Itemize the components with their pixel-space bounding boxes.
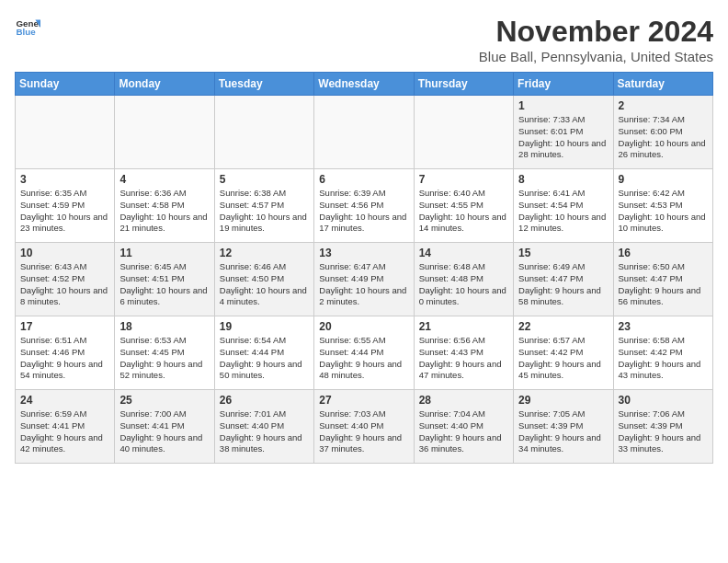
cell-info: Sunrise: 6:58 AM Sunset: 4:42 PM Dayligh… [619,335,708,382]
calendar-cell: 16Sunrise: 6:50 AM Sunset: 4:47 PM Dayli… [613,243,712,316]
day-number: 20 [319,320,408,333]
day-number: 14 [419,247,508,259]
calendar-cell: 6Sunrise: 6:39 AM Sunset: 4:56 PM Daylig… [314,169,414,243]
cell-info: Sunrise: 7:04 AM Sunset: 4:40 PM Dayligh… [419,408,508,455]
calendar-cell: 8Sunrise: 6:41 AM Sunset: 4:54 PM Daylig… [514,169,613,243]
day-number: 24 [20,394,109,407]
svg-text:Blue: Blue [16,27,36,37]
day-number: 18 [119,320,209,333]
cell-info: Sunrise: 6:38 AM Sunset: 4:57 PM Dayligh… [220,188,309,235]
calendar-cell: 25Sunrise: 7:00 AM Sunset: 4:41 PM Dayli… [115,390,214,464]
day-number: 2 [619,99,708,112]
day-number: 3 [20,173,109,186]
calendar-cell: 11Sunrise: 6:45 AM Sunset: 4:51 PM Dayli… [115,243,214,316]
day-number: 26 [220,394,309,407]
cell-info: Sunrise: 6:50 AM Sunset: 4:47 PM Dayligh… [619,261,708,308]
cell-info: Sunrise: 6:54 AM Sunset: 4:44 PM Dayligh… [220,335,309,382]
day-number: 16 [619,247,708,259]
cell-info: Sunrise: 6:57 AM Sunset: 4:42 PM Dayligh… [518,335,608,382]
day-number: 29 [518,394,608,407]
calendar-cell: 30Sunrise: 7:06 AM Sunset: 4:39 PM Dayli… [613,390,712,464]
calendar-cell [16,96,115,169]
cell-info: Sunrise: 6:46 AM Sunset: 4:50 PM Dayligh… [220,261,309,308]
day-number: 10 [20,247,109,259]
day-number: 1 [518,99,608,112]
day-number: 7 [419,173,508,186]
calendar-cell: 15Sunrise: 6:49 AM Sunset: 4:47 PM Dayli… [514,243,613,316]
day-number: 17 [20,320,109,333]
cell-info: Sunrise: 6:42 AM Sunset: 4:53 PM Dayligh… [619,188,708,235]
calendar-cell: 12Sunrise: 6:46 AM Sunset: 4:50 PM Dayli… [214,243,313,316]
calendar-cell: 20Sunrise: 6:55 AM Sunset: 4:44 PM Dayli… [314,316,414,390]
calendar-cell: 26Sunrise: 7:01 AM Sunset: 4:40 PM Dayli… [214,390,313,464]
day-number: 15 [518,247,608,259]
cell-info: Sunrise: 6:56 AM Sunset: 4:43 PM Dayligh… [419,335,508,382]
calendar-cell: 17Sunrise: 6:51 AM Sunset: 4:46 PM Dayli… [16,316,115,390]
cell-info: Sunrise: 6:43 AM Sunset: 4:52 PM Dayligh… [20,261,109,308]
week-row-4: 24Sunrise: 6:59 AM Sunset: 4:41 PM Dayli… [16,390,713,464]
calendar-cell [115,96,214,169]
calendar-cell: 9Sunrise: 6:42 AM Sunset: 4:53 PM Daylig… [613,169,712,243]
day-number: 30 [619,394,708,407]
logo-icon: General Blue [15,15,40,40]
calendar-cell: 1Sunrise: 7:33 AM Sunset: 6:01 PM Daylig… [514,96,613,169]
header-day-sunday: Sunday [16,73,115,96]
day-number: 4 [119,173,209,186]
cell-info: Sunrise: 7:01 AM Sunset: 4:40 PM Dayligh… [220,408,309,455]
cell-info: Sunrise: 6:55 AM Sunset: 4:44 PM Dayligh… [319,335,408,382]
calendar-cell: 24Sunrise: 6:59 AM Sunset: 4:41 PM Dayli… [16,390,115,464]
cell-info: Sunrise: 7:03 AM Sunset: 4:40 PM Dayligh… [319,408,408,455]
calendar-cell: 13Sunrise: 6:47 AM Sunset: 4:49 PM Dayli… [314,243,414,316]
cell-info: Sunrise: 6:45 AM Sunset: 4:51 PM Dayligh… [119,261,209,308]
calendar-cell: 19Sunrise: 6:54 AM Sunset: 4:44 PM Dayli… [214,316,313,390]
header-day-thursday: Thursday [414,73,513,96]
day-number: 8 [518,173,608,186]
calendar-cell: 7Sunrise: 6:40 AM Sunset: 4:55 PM Daylig… [414,169,513,243]
calendar-cell: 3Sunrise: 6:35 AM Sunset: 4:59 PM Daylig… [16,169,115,243]
calendar-cell: 23Sunrise: 6:58 AM Sunset: 4:42 PM Dayli… [613,316,712,390]
week-row-3: 17Sunrise: 6:51 AM Sunset: 4:46 PM Dayli… [16,316,713,390]
calendar-cell: 5Sunrise: 6:38 AM Sunset: 4:57 PM Daylig… [214,169,313,243]
calendar-table: SundayMondayTuesdayWednesdayThursdayFrid… [15,72,713,464]
calendar-cell [414,96,513,169]
calendar-cell: 29Sunrise: 7:05 AM Sunset: 4:39 PM Dayli… [514,390,613,464]
day-number: 19 [220,320,309,333]
cell-info: Sunrise: 6:40 AM Sunset: 4:55 PM Dayligh… [419,188,508,235]
cell-info: Sunrise: 7:00 AM Sunset: 4:41 PM Dayligh… [119,408,209,455]
day-number: 13 [319,247,408,259]
calendar-cell: 4Sunrise: 6:36 AM Sunset: 4:58 PM Daylig… [115,169,214,243]
calendar-cell: 2Sunrise: 7:34 AM Sunset: 6:00 PM Daylig… [613,96,712,169]
header-day-saturday: Saturday [613,73,712,96]
calendar-cell: 21Sunrise: 6:56 AM Sunset: 4:43 PM Dayli… [414,316,513,390]
day-number: 27 [319,394,408,407]
cell-info: Sunrise: 6:53 AM Sunset: 4:45 PM Dayligh… [119,335,209,382]
cell-info: Sunrise: 7:06 AM Sunset: 4:39 PM Dayligh… [619,408,708,455]
header-day-friday: Friday [514,73,613,96]
day-number: 21 [419,320,508,333]
day-number: 23 [619,320,708,333]
cell-info: Sunrise: 7:33 AM Sunset: 6:01 PM Dayligh… [518,114,608,161]
day-number: 5 [220,173,309,186]
calendar-cell: 27Sunrise: 7:03 AM Sunset: 4:40 PM Dayli… [314,390,414,464]
day-number: 9 [619,173,708,186]
cell-info: Sunrise: 6:39 AM Sunset: 4:56 PM Dayligh… [319,188,408,235]
day-number: 6 [319,173,408,186]
header-day-wednesday: Wednesday [314,73,414,96]
title-area: November 2024 Blue Ball, Pennsylvania, U… [479,15,713,64]
day-number: 12 [220,247,309,259]
cell-info: Sunrise: 6:59 AM Sunset: 4:41 PM Dayligh… [20,408,109,455]
header: General Blue November 2024 Blue Ball, Pe… [15,15,713,64]
calendar-cell: 28Sunrise: 7:04 AM Sunset: 4:40 PM Dayli… [414,390,513,464]
day-number: 11 [119,247,209,259]
location-title: Blue Ball, Pennsylvania, United States [479,49,713,64]
header-row: SundayMondayTuesdayWednesdayThursdayFrid… [16,73,713,96]
cell-info: Sunrise: 7:05 AM Sunset: 4:39 PM Dayligh… [518,408,608,455]
calendar-cell: 18Sunrise: 6:53 AM Sunset: 4:45 PM Dayli… [115,316,214,390]
cell-info: Sunrise: 6:47 AM Sunset: 4:49 PM Dayligh… [319,261,408,308]
logo: General Blue [15,15,40,40]
cell-info: Sunrise: 6:41 AM Sunset: 4:54 PM Dayligh… [518,188,608,235]
cell-info: Sunrise: 6:49 AM Sunset: 4:47 PM Dayligh… [518,261,608,308]
header-day-tuesday: Tuesday [214,73,313,96]
header-day-monday: Monday [115,73,214,96]
cell-info: Sunrise: 6:51 AM Sunset: 4:46 PM Dayligh… [20,335,109,382]
